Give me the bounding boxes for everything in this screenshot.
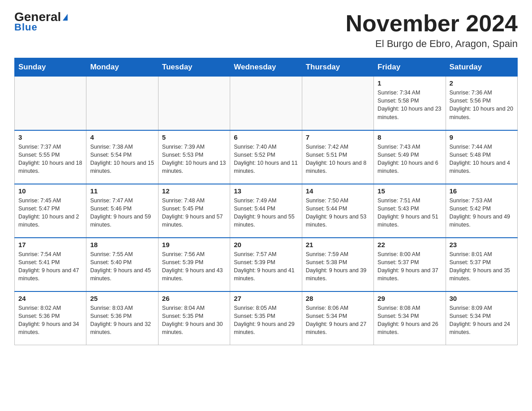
day-number: 25 <box>90 295 154 302</box>
title-area: November 2024 El Burgo de Ebro, Aragon, … <box>346 11 518 50</box>
calendar-cell: 27Sunrise: 8:05 AM Sunset: 5:35 PM Dayli… <box>230 291 302 345</box>
weekday-header-sunday: Sunday <box>15 58 86 77</box>
day-number: 8 <box>378 133 442 141</box>
day-info: Sunrise: 7:48 AM Sunset: 5:45 PM Dayligh… <box>162 197 226 229</box>
calendar-cell: 7Sunrise: 7:42 AM Sunset: 5:51 PM Daylig… <box>302 130 373 184</box>
page-title: November 2024 <box>346 11 518 36</box>
calendar-cell: 5Sunrise: 7:39 AM Sunset: 5:53 PM Daylig… <box>158 130 230 184</box>
calendar-cell: 9Sunrise: 7:44 AM Sunset: 5:48 PM Daylig… <box>446 130 517 184</box>
calendar-cell: 19Sunrise: 7:56 AM Sunset: 5:39 PM Dayli… <box>158 238 230 291</box>
weekday-header-friday: Friday <box>374 58 446 77</box>
calendar-cell: 16Sunrise: 7:53 AM Sunset: 5:42 PM Dayli… <box>446 184 517 238</box>
day-number: 29 <box>378 295 442 302</box>
day-info: Sunrise: 7:50 AM Sunset: 5:44 PM Dayligh… <box>306 197 370 229</box>
day-info: Sunrise: 7:55 AM Sunset: 5:40 PM Dayligh… <box>90 250 154 283</box>
calendar-cell <box>302 77 373 130</box>
day-info: Sunrise: 7:59 AM Sunset: 5:38 PM Dayligh… <box>306 250 370 283</box>
calendar-cell: 25Sunrise: 8:03 AM Sunset: 5:36 PM Dayli… <box>86 291 158 345</box>
day-number: 2 <box>450 79 514 87</box>
day-number: 10 <box>18 187 82 195</box>
day-info: Sunrise: 8:00 AM Sunset: 5:37 PM Dayligh… <box>378 250 442 283</box>
day-number: 13 <box>234 187 298 195</box>
day-number: 16 <box>450 187 514 195</box>
day-number: 28 <box>306 295 370 302</box>
day-number: 22 <box>378 241 442 248</box>
calendar-cell: 13Sunrise: 7:49 AM Sunset: 5:44 PM Dayli… <box>230 184 302 238</box>
day-info: Sunrise: 7:40 AM Sunset: 5:52 PM Dayligh… <box>234 143 298 176</box>
day-info: Sunrise: 8:06 AM Sunset: 5:34 PM Dayligh… <box>306 304 370 337</box>
calendar-cell <box>15 77 86 130</box>
calendar-cell: 3Sunrise: 7:37 AM Sunset: 5:55 PM Daylig… <box>15 130 86 184</box>
calendar-week-row: 17Sunrise: 7:54 AM Sunset: 5:41 PM Dayli… <box>15 238 518 291</box>
header: General Blue November 2024 El Burgo de E… <box>14 11 518 50</box>
calendar-cell: 8Sunrise: 7:43 AM Sunset: 5:49 PM Daylig… <box>374 130 446 184</box>
day-number: 3 <box>18 133 82 141</box>
day-number: 15 <box>378 187 442 195</box>
calendar-table: SundayMondayTuesdayWednesdayThursdayFrid… <box>14 58 518 345</box>
day-info: Sunrise: 7:54 AM Sunset: 5:41 PM Dayligh… <box>18 250 82 283</box>
calendar-cell: 29Sunrise: 8:08 AM Sunset: 5:34 PM Dayli… <box>374 291 446 345</box>
calendar-cell <box>230 77 302 130</box>
day-info: Sunrise: 7:36 AM Sunset: 5:56 PM Dayligh… <box>450 89 514 121</box>
calendar-header-row: SundayMondayTuesdayWednesdayThursdayFrid… <box>15 58 518 77</box>
calendar-cell: 21Sunrise: 7:59 AM Sunset: 5:38 PM Dayli… <box>302 238 373 291</box>
day-info: Sunrise: 7:51 AM Sunset: 5:43 PM Dayligh… <box>378 197 442 229</box>
day-info: Sunrise: 8:08 AM Sunset: 5:34 PM Dayligh… <box>378 304 442 337</box>
day-number: 6 <box>234 133 298 141</box>
calendar-week-row: 3Sunrise: 7:37 AM Sunset: 5:55 PM Daylig… <box>15 130 518 184</box>
calendar-week-row: 24Sunrise: 8:02 AM Sunset: 5:36 PM Dayli… <box>15 291 518 345</box>
calendar-week-row: 10Sunrise: 7:45 AM Sunset: 5:47 PM Dayli… <box>15 184 518 238</box>
logo-triangle-icon <box>63 14 68 21</box>
day-number: 18 <box>90 241 154 248</box>
day-number: 26 <box>162 295 226 302</box>
day-number: 1 <box>378 79 442 87</box>
calendar-cell: 2Sunrise: 7:36 AM Sunset: 5:56 PM Daylig… <box>446 77 517 130</box>
calendar-cell: 6Sunrise: 7:40 AM Sunset: 5:52 PM Daylig… <box>230 130 302 184</box>
weekday-header-monday: Monday <box>86 58 158 77</box>
logo: General Blue <box>14 11 68 33</box>
day-info: Sunrise: 7:42 AM Sunset: 5:51 PM Dayligh… <box>306 143 370 176</box>
day-info: Sunrise: 7:39 AM Sunset: 5:53 PM Dayligh… <box>162 143 226 176</box>
calendar-cell: 22Sunrise: 8:00 AM Sunset: 5:37 PM Dayli… <box>374 238 446 291</box>
calendar-cell: 26Sunrise: 8:04 AM Sunset: 5:35 PM Dayli… <box>158 291 230 345</box>
day-number: 21 <box>306 241 370 248</box>
day-info: Sunrise: 7:37 AM Sunset: 5:55 PM Dayligh… <box>18 143 82 176</box>
day-number: 19 <box>162 241 226 248</box>
weekday-header-wednesday: Wednesday <box>230 58 302 77</box>
calendar-cell <box>86 77 158 130</box>
calendar-cell: 30Sunrise: 8:09 AM Sunset: 5:34 PM Dayli… <box>446 291 517 345</box>
calendar-cell: 4Sunrise: 7:38 AM Sunset: 5:54 PM Daylig… <box>86 130 158 184</box>
calendar-cell: 11Sunrise: 7:47 AM Sunset: 5:46 PM Dayli… <box>86 184 158 238</box>
page-subtitle: El Burgo de Ebro, Aragon, Spain <box>346 38 518 50</box>
calendar-cell: 28Sunrise: 8:06 AM Sunset: 5:34 PM Dayli… <box>302 291 373 345</box>
day-number: 7 <box>306 133 370 141</box>
day-info: Sunrise: 7:49 AM Sunset: 5:44 PM Dayligh… <box>234 197 298 229</box>
day-info: Sunrise: 8:05 AM Sunset: 5:35 PM Dayligh… <box>234 304 298 337</box>
calendar-cell: 24Sunrise: 8:02 AM Sunset: 5:36 PM Dayli… <box>15 291 86 345</box>
weekday-header-tuesday: Tuesday <box>158 58 230 77</box>
day-info: Sunrise: 8:09 AM Sunset: 5:34 PM Dayligh… <box>450 304 514 337</box>
day-number: 17 <box>18 241 82 248</box>
day-info: Sunrise: 8:02 AM Sunset: 5:36 PM Dayligh… <box>18 304 82 337</box>
weekday-header-thursday: Thursday <box>302 58 373 77</box>
day-info: Sunrise: 8:03 AM Sunset: 5:36 PM Dayligh… <box>90 304 154 337</box>
day-info: Sunrise: 7:38 AM Sunset: 5:54 PM Dayligh… <box>90 143 154 176</box>
calendar-cell: 15Sunrise: 7:51 AM Sunset: 5:43 PM Dayli… <box>374 184 446 238</box>
logo-blue: Blue <box>14 21 38 33</box>
weekday-header-saturday: Saturday <box>446 58 517 77</box>
day-number: 30 <box>450 295 514 302</box>
calendar-cell: 20Sunrise: 7:57 AM Sunset: 5:39 PM Dayli… <box>230 238 302 291</box>
calendar-cell: 18Sunrise: 7:55 AM Sunset: 5:40 PM Dayli… <box>86 238 158 291</box>
day-info: Sunrise: 7:57 AM Sunset: 5:39 PM Dayligh… <box>234 250 298 283</box>
calendar-cell: 23Sunrise: 8:01 AM Sunset: 5:37 PM Dayli… <box>446 238 517 291</box>
day-info: Sunrise: 8:01 AM Sunset: 5:37 PM Dayligh… <box>450 250 514 283</box>
day-number: 9 <box>450 133 514 141</box>
day-number: 5 <box>162 133 226 141</box>
day-number: 23 <box>450 241 514 248</box>
calendar-cell: 12Sunrise: 7:48 AM Sunset: 5:45 PM Dayli… <box>158 184 230 238</box>
day-info: Sunrise: 7:43 AM Sunset: 5:49 PM Dayligh… <box>378 143 442 176</box>
day-info: Sunrise: 7:53 AM Sunset: 5:42 PM Dayligh… <box>450 197 514 229</box>
day-info: Sunrise: 7:56 AM Sunset: 5:39 PM Dayligh… <box>162 250 226 283</box>
day-number: 4 <box>90 133 154 141</box>
calendar-cell <box>158 77 230 130</box>
